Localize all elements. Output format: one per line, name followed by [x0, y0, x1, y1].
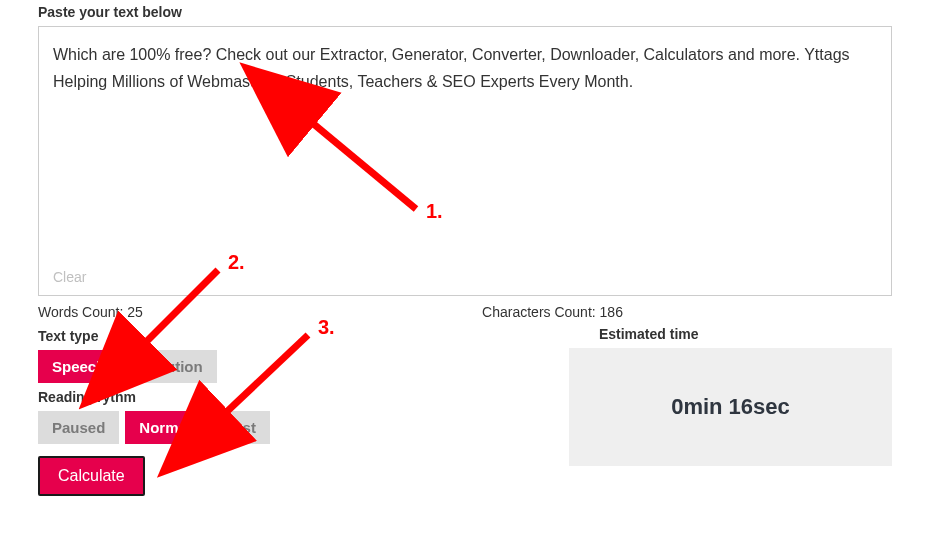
text-type-label: Text type — [38, 328, 559, 344]
text-type-options: Speech Locution — [38, 350, 559, 383]
text-type-speech[interactable]: Speech — [38, 350, 119, 383]
rythm-paused[interactable]: Paused — [38, 411, 119, 444]
chars-count-value: 186 — [600, 304, 623, 320]
reading-rythm-label: Reading rythm — [38, 389, 559, 405]
reading-rythm-options: Paused Normal Fast — [38, 411, 559, 444]
calculate-button[interactable]: Calculate — [38, 456, 145, 496]
clear-link[interactable]: Clear — [53, 269, 86, 285]
words-count-label: Words Count: — [38, 304, 127, 320]
words-count-value: 25 — [127, 304, 143, 320]
chars-count-label: Characters Count: — [482, 304, 600, 320]
text-input[interactable] — [53, 41, 877, 251]
textarea-container: Clear — [38, 26, 892, 296]
rythm-fast[interactable]: Fast — [211, 411, 270, 444]
counts-row: Words Count: 25 Characters Count: 186 — [38, 304, 892, 320]
estimated-time-label: Estimated time — [599, 326, 892, 342]
words-count: Words Count: 25 — [38, 304, 482, 320]
paste-label: Paste your text below — [38, 4, 892, 20]
characters-count: Characters Count: 186 — [482, 304, 892, 320]
text-type-locution[interactable]: Locution — [125, 350, 216, 383]
rythm-normal[interactable]: Normal — [125, 411, 205, 444]
estimated-time-box: 0min 16sec — [569, 348, 892, 466]
estimated-time-value: 0min 16sec — [671, 394, 790, 420]
